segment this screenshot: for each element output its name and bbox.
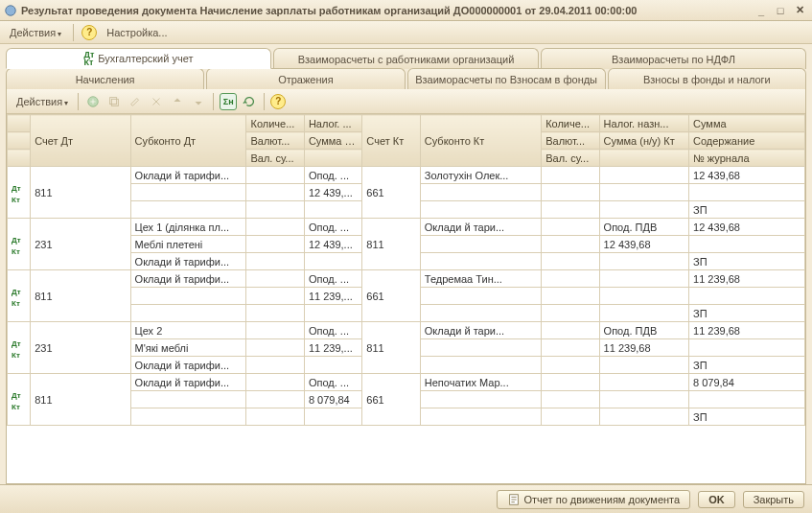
actions-menu[interactable]: Действия▾ [6,25,65,40]
cell-journal[interactable]: ЗП [689,201,805,219]
cell-cur-dt[interactable] [246,391,304,408]
col-valsu-kt[interactable]: Вал. су... [542,150,599,167]
cell-qty-dt[interactable] [246,322,304,339]
cell-qty-kt[interactable] [542,219,599,236]
close-window-button[interactable]: ✕ [791,3,808,18]
cell-valsu-dt[interactable] [246,357,304,374]
cell-acct-kt[interactable]: 661 [362,167,420,219]
tab-settlements[interactable]: Взаиморасчеты с работниками организаций [273,48,539,69]
cell-journal[interactable]: ЗП [689,357,805,374]
col-acct-kt[interactable]: Счет Кт [362,115,420,167]
cell-blank[interactable] [304,201,361,219]
grid-actions-menu[interactable]: Действия▾ [12,94,72,109]
cell-sub-dt[interactable]: Цех 1 (ділянка пл... [130,219,246,236]
cell-sub-kt[interactable]: Тедремаа Тин... [420,270,541,288]
cell-sum[interactable]: 8 079,84 [689,374,805,391]
cell-tax-dt[interactable]: Опод. ... [304,322,361,339]
col-tax-dt[interactable]: Налог. ... [304,115,361,132]
cell-sub-dt[interactable]: Оклади й тарифи... [130,357,246,374]
moveup-icon[interactable] [169,93,186,110]
settings-menu[interactable]: Настройка... [103,25,171,40]
add-icon[interactable] [84,93,102,110]
cell-sub-dt[interactable]: Оклади й тарифи... [130,167,246,184]
cell-sub-kt[interactable] [420,201,541,219]
cell-sumnu-dt[interactable]: 8 079,84 [304,391,361,408]
cell-sub-dt[interactable]: Цех 2 [130,322,246,339]
cell-sub-kt[interactable] [420,253,541,270]
col-cur-kt[interactable]: Валют... [542,132,599,150]
cell-valsu-dt[interactable] [246,408,304,426]
close-button[interactable]: Закрыть [743,491,804,508]
cell-valsu-kt[interactable] [542,253,599,270]
cell-sub-kt[interactable] [420,391,541,408]
cell-sub-kt[interactable] [420,357,541,374]
cell-sub-kt[interactable]: Оклади й тари... [420,219,541,236]
col-cur-dt[interactable]: Валют... [246,132,304,150]
cell-sub-kt[interactable] [420,288,541,305]
tab-accounting[interactable]: ДтКт Бухгалтерский учет [6,48,271,69]
cell-content[interactable] [689,288,805,305]
cell-qty-dt[interactable] [246,270,304,288]
cell-sub-dt[interactable]: Оклади й тарифи... [130,253,246,270]
cell-tax-dt[interactable]: Опод. ... [304,270,361,288]
cell-tax-dt[interactable]: Опод. ... [304,219,361,236]
cell-sub-kt[interactable] [420,339,541,357]
cell-journal[interactable]: ЗП [689,408,805,426]
col-acct-dt[interactable]: Счет Дт [31,115,130,167]
col-qty-kt[interactable]: Количе... [542,115,599,132]
col-marker[interactable] [8,132,31,150]
cell-content[interactable] [689,391,805,408]
cell-sum[interactable]: 12 439,68 [689,167,805,184]
cell-sub-dt[interactable] [130,288,246,305]
table-row[interactable]: ДтКт 811 Оклади й тарифи... Опод. ... 66… [8,167,805,184]
cell-cur-kt[interactable] [542,391,599,408]
cell-tax-kt[interactable] [599,374,688,391]
cell-sumnu-dt[interactable]: 12 439,... [304,184,361,201]
cell-sumnu-dt[interactable]: 11 239,... [304,288,361,305]
cell-blank[interactable] [599,357,688,374]
edit-icon[interactable] [127,93,144,110]
cell-sub-kt[interactable] [420,184,541,201]
cell-tax-dt[interactable]: Опод. ... [304,167,361,184]
cell-acct-dt[interactable]: 811 [31,167,130,219]
cell-valsu-dt[interactable] [246,201,304,219]
cell-sub-dt[interactable]: Оклади й тарифи... [130,374,246,391]
cell-cur-kt[interactable] [542,288,599,305]
col-content[interactable]: Содержание [689,132,805,150]
movedown-icon[interactable] [190,93,207,110]
cell-qty-dt[interactable] [246,219,304,236]
cell-cur-dt[interactable] [246,288,304,305]
cell-content[interactable] [689,236,805,253]
cell-blank[interactable] [304,305,361,322]
grid-scroll[interactable]: Счет Дт Субконто Дт Количе... Налог. ...… [7,114,805,483]
cell-cur-kt[interactable] [542,184,599,201]
cell-sub-kt[interactable] [420,305,541,322]
cell-sumnu-kt[interactable] [599,391,688,408]
cell-content[interactable] [689,184,805,201]
cell-sub-dt[interactable] [130,408,246,426]
cell-sub-dt[interactable] [130,305,246,322]
col-valsu-dt[interactable]: Вал. су... [246,150,304,167]
cell-blank[interactable] [304,408,361,426]
cell-valsu-dt[interactable] [246,305,304,322]
cell-acct-dt[interactable]: 231 [31,219,130,270]
cell-sub-kt[interactable]: Непочатих Мар... [420,374,541,391]
cell-sumnu-dt[interactable]: 12 439,... [304,236,361,253]
cell-tax-kt[interactable]: Опод. ПДВ [599,219,688,236]
cell-sub-kt[interactable] [420,408,541,426]
cell-cur-kt[interactable] [542,236,599,253]
col-marker[interactable] [8,150,31,167]
col-sumnu-dt[interactable]: Сумма (н/у) Дт [304,132,361,150]
cell-qty-dt[interactable] [246,374,304,391]
col-blank[interactable] [599,150,688,167]
cell-cur-dt[interactable] [246,339,304,357]
col-sum[interactable]: Сумма [689,115,805,132]
cell-qty-kt[interactable] [542,374,599,391]
cell-acct-dt[interactable]: 811 [31,270,130,322]
tab-taxes[interactable]: Взносы в фонды и налоги [608,68,806,89]
grid-help-icon[interactable]: ? [270,94,286,109]
cell-qty-dt[interactable] [246,167,304,184]
cell-sumnu-kt[interactable] [599,184,688,201]
maximize-button[interactable]: □ [772,3,789,18]
cell-journal[interactable]: ЗП [689,253,805,270]
